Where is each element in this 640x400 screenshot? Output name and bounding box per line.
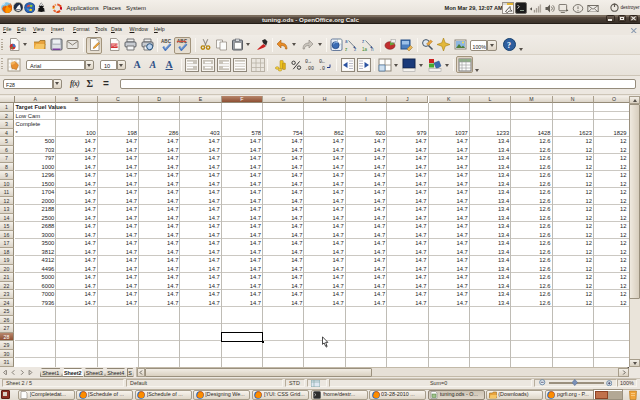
- svg-text:0→: 0→: [305, 59, 311, 65]
- svg-text:?: ?: [507, 41, 511, 50]
- svg-text:ABC: ABC: [161, 39, 172, 44]
- svg-text:0←: 0←: [319, 59, 325, 65]
- svg-text:z: z: [354, 47, 357, 51]
- svg-text:n: n: [371, 47, 374, 51]
- svg-text:.00: .00: [305, 66, 314, 72]
- svg-text:.0: .0: [319, 66, 325, 72]
- svg-text:PDF: PDF: [111, 44, 119, 48]
- svg-text:z: z: [362, 39, 365, 44]
- svg-text:1a: 1a: [362, 47, 368, 52]
- svg-text:a: a: [345, 39, 348, 44]
- svg-text:z: z: [345, 47, 348, 52]
